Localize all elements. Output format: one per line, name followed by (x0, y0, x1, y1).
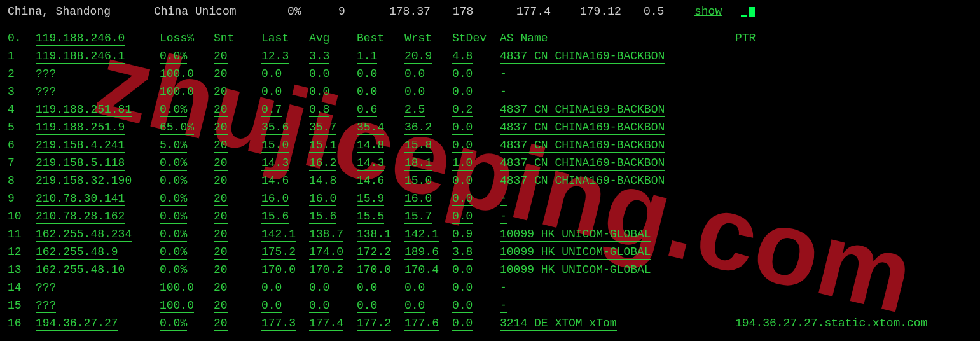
hop-loss: 0.0% (160, 157, 214, 169)
hop-best: 1.1 (357, 50, 404, 62)
hop-avg: 35.7 (309, 121, 357, 134)
hop-avg: 0.0 (309, 85, 357, 98)
hop-index: 16 (8, 317, 36, 330)
hop-asname: 10099 HK UNICOM-GLOBAL (500, 263, 735, 276)
hop-asname: 10099 HK UNICOM-GLOBAL (500, 246, 735, 258)
hop-avg: 177.4 (309, 317, 357, 330)
table-row: 6219.158.4.2415.0%2015.015.114.815.80.04… (8, 136, 972, 154)
hop-asname: 4837 CN CHINA169-BACKBON (500, 103, 735, 116)
hop-last: 0.7 (261, 103, 309, 116)
hop-last: 177.3 (261, 317, 309, 330)
hop-wrst: 36.2 (404, 121, 452, 134)
col-ptr: PTR (735, 32, 972, 45)
hop-host: 162.255.48.234 (36, 228, 160, 240)
hop-best: 15.9 (357, 192, 404, 205)
hop-host: ??? (36, 299, 160, 312)
mini-graph-icon (741, 6, 760, 17)
hop-snt: 20 (214, 139, 261, 151)
table-row: 15???100.0200.00.00.00.00.0- (8, 296, 972, 314)
hop-loss: 100.0 (160, 67, 214, 80)
hop-asname: - (500, 85, 735, 98)
hop-avg: 0.0 (309, 281, 357, 294)
table-row: 9210.78.30.1410.0%2016.016.015.916.00.0- (8, 190, 972, 207)
hop-loss: 0.0% (160, 263, 214, 276)
hop-asname: - (500, 67, 735, 80)
hop-avg: 0.0 (309, 67, 357, 80)
hop-asname: - (500, 281, 735, 294)
hop-avg: 0.8 (309, 103, 357, 116)
summary-loss: 0% (287, 5, 338, 18)
hop-avg: 170.2 (309, 263, 357, 276)
hop-avg: 15.6 (309, 210, 357, 223)
table-header-row: 0. 119.188.246.0 Loss% Snt Last Avg Best… (8, 29, 972, 47)
hop-loss: 0.0% (160, 317, 214, 330)
hop-loss: 100.0 (160, 281, 214, 294)
hop-best: 177.2 (357, 317, 404, 330)
hop-wrst: 15.8 (404, 139, 452, 151)
summary-wrst: 179.12 (580, 5, 644, 18)
hop-snt: 20 (214, 157, 261, 169)
hop-best: 0.0 (357, 281, 404, 294)
hop-stdev: 0.0 (452, 299, 500, 312)
hop-index: 13 (8, 263, 36, 276)
hop-stdev: 0.0 (452, 121, 500, 134)
hop-snt: 20 (214, 174, 261, 187)
hop-loss: 5.0% (160, 139, 214, 151)
table-row: 10210.78.28.1620.0%2015.615.615.515.70.0… (8, 207, 972, 225)
hop-avg: 3.3 (309, 50, 357, 62)
hop-stdev: 1.0 (452, 157, 500, 169)
hop-index: 10 (8, 210, 36, 223)
hop-last: 14.6 (261, 174, 309, 187)
hop-asname: 4837 CN CHINA169-BACKBON (500, 121, 735, 134)
show-link[interactable]: show (694, 5, 722, 18)
table-row: 11162.255.48.2340.0%20142.1138.7138.1142… (8, 225, 972, 243)
hop-best: 14.8 (357, 139, 404, 151)
hop-asname: 4837 CN CHINA169-BACKBON (500, 157, 735, 169)
hop-host: 210.78.28.162 (36, 210, 160, 223)
hop-asname: - (500, 299, 735, 312)
table-row: 1119.188.246.10.0%2012.33.31.120.94.8483… (8, 47, 972, 65)
hop-stdev: 0.0 (452, 317, 500, 330)
hop-wrst: 177.6 (404, 317, 452, 330)
hop-host: 210.78.30.141 (36, 192, 160, 205)
hop-snt: 20 (214, 50, 261, 62)
hop-stdev: 0.0 (452, 67, 500, 80)
hop-stdev: 3.8 (452, 246, 500, 258)
hop-stdev: 0.0 (452, 192, 500, 205)
hop-avg: 138.7 (309, 228, 357, 240)
hop-best: 0.0 (357, 85, 404, 98)
hop-asname: - (500, 192, 735, 205)
hop-ptr: 194.36.27.27.static.xtom.com (735, 317, 972, 330)
hop-snt: 20 (214, 281, 261, 294)
hop-avg: 0.0 (309, 299, 357, 312)
hop-last: 14.3 (261, 157, 309, 169)
hop-wrst: 0.0 (404, 299, 452, 312)
hop-last: 170.0 (261, 263, 309, 276)
hop-host: 119.188.251.9 (36, 121, 160, 134)
hop-index: 7 (8, 157, 36, 169)
hop-snt: 20 (214, 228, 261, 240)
hop-loss: 100.0 (160, 299, 214, 312)
hop-stdev: 0.0 (452, 85, 500, 98)
col-last: Last (261, 32, 309, 45)
col-snt: Snt (214, 32, 261, 45)
hop-index: 1 (8, 50, 36, 62)
hop-host: 219.158.5.118 (36, 157, 160, 169)
summary-location: China, Shandong (8, 5, 154, 18)
hop-index: 9 (8, 192, 36, 205)
hop-wrst: 15.0 (404, 174, 452, 187)
hop-snt: 20 (214, 299, 261, 312)
hop-best: 15.5 (357, 210, 404, 223)
hop-last: 0.0 (261, 299, 309, 312)
hop-snt: 20 (214, 263, 261, 276)
hop-wrst: 0.0 (404, 85, 452, 98)
hop-stdev: 0.2 (452, 103, 500, 116)
col-best: Best (357, 32, 404, 45)
hop-snt: 20 (214, 85, 261, 98)
summary-best: 177.4 (516, 5, 580, 18)
hop-host: ??? (36, 67, 160, 80)
hop-loss: 0.0% (160, 246, 214, 258)
hop-last: 175.2 (261, 246, 309, 258)
hop-best: 14.6 (357, 174, 404, 187)
summary-stdev: 0.5 (644, 5, 682, 18)
